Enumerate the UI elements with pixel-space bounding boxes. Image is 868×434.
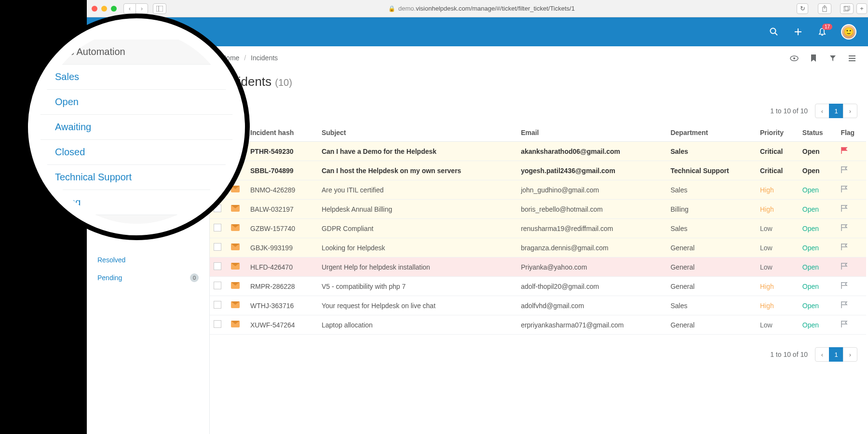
cell-flag[interactable] <box>837 296 866 315</box>
table-row[interactable]: BALW-032197Helpdesk Annual Billingboris_… <box>210 200 866 219</box>
pager-page-1-bottom[interactable]: 1 <box>829 347 843 362</box>
svg-rect-4 <box>843 7 848 11</box>
close-window-icon[interactable] <box>92 6 97 12</box>
flag-icon <box>841 204 848 212</box>
cell-hash: BALW-032197 <box>246 200 318 219</box>
sidebar-item-label: Resolved <box>97 256 125 264</box>
cell-hash: GZBW-157740 <box>246 219 318 238</box>
sidebar-item[interactable]: Resolved <box>87 251 209 269</box>
table-row[interactable]: RMPR-286228V5 - compatibility with php 7… <box>210 277 866 296</box>
tabs-icon <box>843 6 850 12</box>
share-button[interactable] <box>818 3 831 14</box>
cell-flag[interactable] <box>837 161 866 180</box>
show-sidebar-button[interactable] <box>153 3 166 14</box>
row-checkbox[interactable] <box>214 243 221 251</box>
cell-priority: High <box>756 180 799 200</box>
row-checkbox[interactable] <box>214 282 221 289</box>
cell-flag[interactable] <box>837 315 866 335</box>
pager-prev-bottom[interactable]: ‹ <box>815 347 829 362</box>
col-status[interactable]: Status <box>799 124 837 142</box>
sidebar-item-count: 0 <box>190 273 199 282</box>
user-avatar[interactable]: 🙂 <box>841 24 856 40</box>
col-priority[interactable]: Priority <box>756 124 799 142</box>
table-row[interactable]: XUWF-547264Laptop allocationerpriyankash… <box>210 315 866 335</box>
reload-button[interactable]: ↻ <box>797 3 808 14</box>
notification-badge: 17 <box>822 24 832 30</box>
zoom-window-icon[interactable] <box>111 6 117 12</box>
lock-icon: 🔒 <box>388 5 395 12</box>
pager-range: 1 to 10 of 10 <box>770 107 808 115</box>
new-tab-button[interactable]: + <box>856 3 867 14</box>
table-row[interactable]: HLFD-426470Urgent Help for helpdesk inst… <box>210 258 866 277</box>
pager-page-1[interactable]: 1 <box>829 104 843 118</box>
pager-next-bottom[interactable]: › <box>843 347 857 362</box>
pager-next[interactable]: › <box>843 104 857 118</box>
lens-folder-item[interactable]: Sales <box>40 65 233 90</box>
row-checkbox[interactable] <box>214 320 221 328</box>
hamburger-icon <box>848 55 856 62</box>
cell-flag[interactable] <box>837 238 866 258</box>
table-row[interactable]: SBBL-704899Can I host the Helpdesk on my… <box>210 161 866 180</box>
tabs-button[interactable] <box>840 3 854 14</box>
mail-icon <box>231 301 240 308</box>
cell-subject: Are you ITIL certified <box>318 180 517 200</box>
table-row[interactable]: WTHJ-363716Your request for Helpdesk on … <box>210 296 866 315</box>
cell-flag[interactable] <box>837 219 866 238</box>
cell-priority: Low <box>756 315 799 335</box>
col-subject[interactable]: Subject <box>318 124 517 142</box>
cell-hash: RMPR-286228 <box>246 277 318 296</box>
col-hash[interactable]: Incident hash <box>246 124 318 142</box>
table-row[interactable]: GZBW-157740GDPR Compliantrenusharma19@re… <box>210 219 866 238</box>
lens-folder-item[interactable]: Awaiting <box>40 115 233 140</box>
flag-icon <box>841 301 848 309</box>
cell-flag[interactable] <box>837 258 866 277</box>
cell-flag[interactable] <box>837 277 866 296</box>
notifications-button[interactable]: 17 <box>817 27 827 37</box>
view-button[interactable] <box>790 54 799 63</box>
flag-icon <box>841 243 848 251</box>
address-bar[interactable]: 🔒 demo.visionhelpdesk.com/manage/#/ticke… <box>166 5 797 12</box>
cell-subject: Can I host the Helpdesk on my own server… <box>318 161 517 180</box>
back-button[interactable]: ‹ <box>123 3 136 14</box>
search-icon <box>770 27 778 36</box>
cell-department: Billing <box>666 200 756 219</box>
bookmark-button[interactable] <box>809 54 818 63</box>
cell-email: john_gudhino@gmail.com <box>517 180 666 200</box>
table-row[interactable]: BNMO-426289Are you ITIL certifiedjohn_gu… <box>210 180 866 200</box>
content-area: Home / Incidents Incidents (10) 1 to 10 … <box>210 46 868 434</box>
menu-button[interactable] <box>848 54 856 63</box>
cell-status: Open <box>799 180 837 200</box>
col-flag[interactable]: Flag <box>837 124 866 142</box>
cell-flag[interactable] <box>837 180 866 200</box>
svg-point-6 <box>771 28 776 34</box>
flag-icon <box>841 282 848 289</box>
cell-email: adolf-thopil20@gmail.com <box>517 277 666 296</box>
table-row[interactable]: GBJK-993199Looking for Helpdeskbraganza.… <box>210 238 866 258</box>
lens-folder-item[interactable]: Open <box>40 90 233 115</box>
col-department[interactable]: Department <box>666 124 756 142</box>
col-email[interactable]: Email <box>517 124 666 142</box>
pager-prev[interactable]: ‹ <box>815 104 829 118</box>
row-checkbox[interactable] <box>214 262 221 270</box>
lens-folder-item[interactable]: Closed <box>40 140 233 165</box>
row-checkbox[interactable] <box>214 224 221 231</box>
filter-icon <box>829 55 836 62</box>
cell-subject: Laptop allocation <box>318 315 517 335</box>
table-row[interactable]: PTHR-549230Can I have a Demo for the Hel… <box>210 142 866 161</box>
page-count: (10) <box>275 77 292 88</box>
lens-folder-item[interactable]: Technical Support <box>40 165 233 190</box>
cell-subject: Your request for Helpdesk on live chat <box>318 296 517 315</box>
minimize-window-icon[interactable] <box>101 6 107 12</box>
create-button[interactable] <box>793 27 803 37</box>
row-checkbox[interactable] <box>214 301 221 309</box>
sidebar-item[interactable]: Pending0 <box>87 269 209 287</box>
cell-status: Open <box>799 219 837 238</box>
search-button[interactable] <box>769 27 779 37</box>
forward-button[interactable]: › <box>136 3 148 14</box>
filter-button[interactable] <box>828 54 837 63</box>
cell-department: Technical Support <box>666 161 756 180</box>
cell-email: renusharma19@rediffmail.com <box>517 219 666 238</box>
cell-flag[interactable] <box>837 200 866 219</box>
cell-flag[interactable] <box>837 142 866 161</box>
svg-rect-0 <box>156 6 163 12</box>
